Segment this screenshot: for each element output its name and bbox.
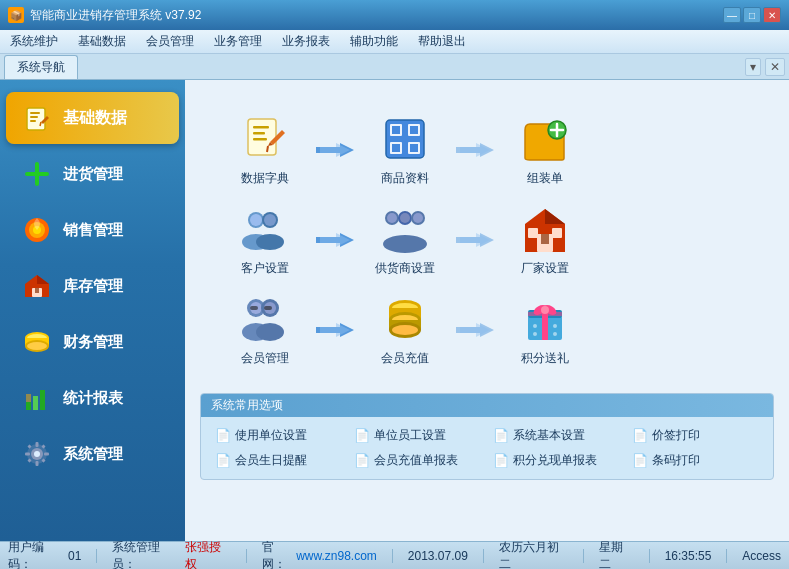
svg-point-109 — [553, 324, 557, 328]
title-bar: 📦 智能商业进销存管理系统 v37.92 — □ ✕ — [0, 0, 789, 30]
svg-point-72 — [383, 235, 427, 253]
svg-rect-27 — [36, 442, 39, 447]
tab-close-button[interactable]: ✕ — [765, 58, 785, 76]
svg-rect-2 — [30, 116, 38, 118]
plus-icon — [21, 158, 53, 190]
doc-icon-2: 📄 — [493, 428, 509, 443]
sidebar-item-sales[interactable]: 销售管理 — [6, 204, 179, 256]
icon-member-recharge[interactable]: 会员充值 — [379, 293, 431, 367]
svg-rect-22 — [40, 390, 45, 410]
common-opt-points-report[interactable]: 📄 积分兑现单报表 — [489, 450, 624, 471]
doc-icon-4: 📄 — [215, 453, 231, 468]
svg-rect-78 — [541, 234, 549, 244]
window-buttons: — □ ✕ — [723, 7, 781, 23]
date-value: 2013.07.09 — [408, 549, 468, 563]
icon-supplier[interactable]: 供货商设置 — [375, 203, 435, 277]
status-divider-3 — [392, 549, 393, 563]
menu-bar: 系统维护 基础数据 会员管理 业务管理 业务报表 辅助功能 帮助退出 — [0, 30, 789, 54]
arrow-2 — [456, 140, 494, 160]
label-points-gift: 积分送礼 — [521, 350, 569, 367]
pencil-doc-icon — [239, 113, 291, 165]
icon-member-mgmt[interactable]: 会员管理 — [239, 293, 291, 367]
status-lunar: 农历六月初二 — [499, 539, 568, 570]
lunar-value: 农历六月初二 — [499, 539, 568, 570]
svg-point-98 — [392, 325, 418, 335]
assembly-icon — [519, 113, 571, 165]
common-opt-unit-setup[interactable]: 📄 使用单位设置 — [211, 425, 346, 446]
time-value: 16:35:55 — [665, 549, 712, 563]
menu-help-exit[interactable]: 帮助退出 — [408, 30, 476, 53]
common-opt-price-print[interactable]: 📄 价签打印 — [628, 425, 763, 446]
icon-data-dict[interactable]: 数据字典 — [239, 113, 291, 187]
close-button[interactable]: ✕ — [763, 7, 781, 23]
svg-line-5 — [40, 122, 41, 126]
svg-rect-21 — [33, 396, 38, 410]
sidebar-item-stats[interactable]: 统计报表 — [6, 372, 179, 424]
arrow-5 — [316, 320, 354, 340]
common-opt-barcode-print[interactable]: 📄 条码打印 — [628, 450, 763, 471]
common-opt-recharge-report[interactable]: 📄 会员充值单报表 — [350, 450, 485, 471]
common-opt-employee-setup[interactable]: 📄 单位员工设置 — [350, 425, 485, 446]
user-code-value: 01 — [68, 549, 81, 563]
svg-rect-3 — [30, 120, 36, 122]
sidebar-item-purchase[interactable]: 进货管理 — [6, 148, 179, 200]
menu-business-mgmt[interactable]: 业务管理 — [204, 30, 272, 53]
svg-rect-23 — [26, 394, 31, 402]
status-user-code: 用户编码： 01 — [8, 539, 81, 570]
sidebar-item-basic-data[interactable]: 基础数据 — [6, 92, 179, 144]
status-admin: 系统管理员： 张强授权 — [112, 539, 230, 570]
maximize-button[interactable]: □ — [743, 7, 761, 23]
menu-business-report[interactable]: 业务报表 — [272, 30, 340, 53]
icon-product[interactable]: 商品资料 — [379, 113, 431, 187]
svg-rect-14 — [35, 288, 39, 293]
sidebar-label-sales: 销售管理 — [63, 221, 123, 240]
svg-point-67 — [387, 213, 397, 223]
doc-icon-6: 📄 — [493, 453, 509, 468]
svg-rect-80 — [552, 228, 562, 238]
icon-manufacturer[interactable]: 厂家设置 — [519, 203, 571, 277]
svg-rect-37 — [253, 132, 265, 135]
tab-system-nav[interactable]: 系统导航 — [4, 55, 78, 79]
status-access: Access — [742, 549, 781, 563]
common-opt-birthday-remind[interactable]: 📄 会员生日提醒 — [211, 450, 346, 471]
menu-system-maintain[interactable]: 系统维护 — [0, 30, 68, 53]
app-icon: 📦 — [8, 7, 24, 23]
main-layout: 基础数据 进货管理 销售管理 — [0, 80, 789, 541]
doc-icon-3: 📄 — [632, 428, 648, 443]
status-date: 2013.07.09 — [408, 549, 468, 563]
svg-point-26 — [34, 451, 40, 457]
arrow-1 — [316, 140, 354, 160]
sidebar-label-system: 系统管理 — [63, 445, 123, 464]
sidebar-label-stats: 统计报表 — [63, 389, 123, 408]
sidebar-item-finance[interactable]: 财务管理 — [6, 316, 179, 368]
sidebar-item-inventory[interactable]: 库存管理 — [6, 260, 179, 312]
arrow-4 — [456, 230, 494, 250]
status-divider-2 — [246, 549, 247, 563]
sidebar: 基础数据 进货管理 销售管理 — [0, 80, 185, 541]
minimize-button[interactable]: — — [723, 7, 741, 23]
svg-rect-20 — [26, 402, 31, 410]
common-opt-system-basic[interactable]: 📄 系统基本设置 — [489, 425, 624, 446]
icon-assembly[interactable]: 组装单 — [519, 113, 571, 187]
svg-marker-74 — [460, 233, 490, 247]
svg-rect-79 — [528, 228, 538, 238]
edit-icon — [21, 102, 53, 134]
sales-icon — [21, 214, 53, 246]
menu-aux-func[interactable]: 辅助功能 — [340, 30, 408, 53]
label-manufacturer: 厂家设置 — [521, 260, 569, 277]
svg-rect-30 — [44, 453, 49, 456]
doc-icon-7: 📄 — [632, 453, 648, 468]
menu-basic-data[interactable]: 基础数据 — [68, 30, 136, 53]
svg-marker-100 — [460, 323, 490, 337]
tab-dropdown-button[interactable]: ▾ — [745, 58, 761, 76]
common-options-body: 📄 使用单位设置 📄 单位员工设置 📄 系统基本设置 📄 价签打印 📄 — [201, 417, 773, 479]
doc-icon-1: 📄 — [354, 428, 370, 443]
doc-icon-0: 📄 — [215, 428, 231, 443]
icon-points-gift[interactable]: 积分送礼 — [519, 293, 571, 367]
label-product: 商品资料 — [381, 170, 429, 187]
sidebar-item-system[interactable]: 系统管理 — [6, 428, 179, 480]
icon-customer[interactable]: 客户设置 — [239, 203, 291, 277]
product-icon — [379, 113, 431, 165]
website-label: 官网： — [262, 539, 293, 570]
menu-member-mgmt[interactable]: 会员管理 — [136, 30, 204, 53]
